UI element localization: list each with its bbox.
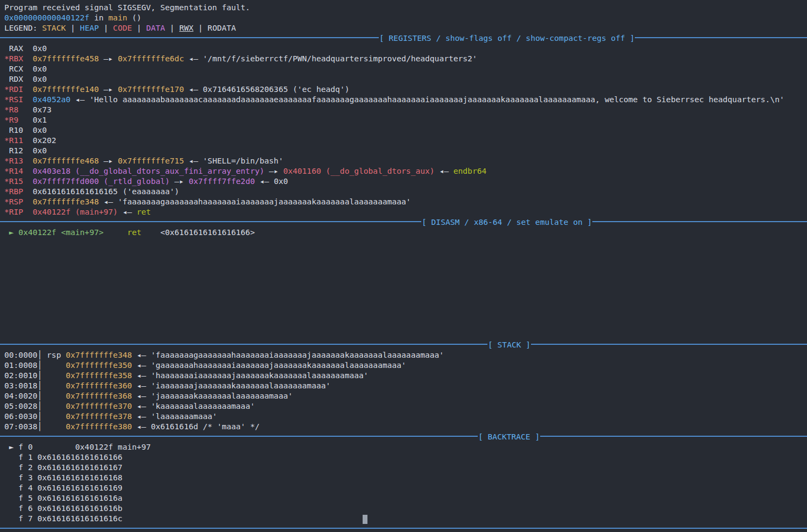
backtrace-frame-0: ► f 0 0x40122f main+97 xyxy=(0,442,807,452)
stack-row-6: 06:0030│ 0x7fffffffe378 ◂— 'laaaaaaamaaa… xyxy=(0,411,807,421)
bottom-separator xyxy=(0,523,807,532)
blank-line xyxy=(0,247,807,258)
register-row-r12: R12 0x0 xyxy=(0,145,807,155)
blank-line xyxy=(0,288,807,299)
stack-row-0: 00:0000│ rsp 0x7fffffffe348 ◂— 'faaaaaaa… xyxy=(0,350,807,360)
register-row-rax: RAX 0x0 xyxy=(0,43,807,53)
backtrace-frame-2: f 2 0x6161616161616167 xyxy=(0,462,807,472)
register-row-rsp: *RSP 0x7fffffffe348 ◂— 'faaaaaaagaaaaaaa… xyxy=(0,196,807,207)
blank-line xyxy=(0,309,807,319)
backtrace-frame-6: f 6 0x616161616161616b xyxy=(0,503,807,513)
stack-header: [ STACK ] xyxy=(0,339,807,350)
register-row-r13: *R13 0x7fffffffe468 —▸ 0x7fffffffe715 ◂—… xyxy=(0,155,807,166)
register-row-rip: *RIP 0x40122f (main+97) ◂— ret xyxy=(0,207,807,217)
blank-line xyxy=(0,258,807,268)
stack-row-5: 05:0028│ 0x7fffffffe370 ◂— 'kaaaaaaalaaa… xyxy=(0,401,807,411)
terminal[interactable]: Program received signal SIGSEGV, Segment… xyxy=(0,0,807,532)
register-row-rsi: *RSI 0x4052a0 ◂— 'Hello aaaaaaaabaaaaaaa… xyxy=(0,94,807,104)
backtrace-frame-4: f 4 0x6161616161616169 xyxy=(0,483,807,493)
stop-location-line: 0x000000000040122f in main () xyxy=(0,12,807,23)
register-row-rdx: RDX 0x0 xyxy=(0,74,807,84)
disasm-header: [ DISASM / x86-64 / set emulate on ] xyxy=(0,217,807,227)
backtrace-frame-5: f 5 0x616161616161616a xyxy=(0,493,807,503)
disasm-header-label: [ DISASM / x86-64 / set emulate on ] xyxy=(421,217,592,227)
blank-line xyxy=(0,329,807,339)
stack-row-1: 01:0008│ 0x7fffffffe350 ◂— 'gaaaaaaahaaa… xyxy=(0,360,807,370)
stack-row-2: 02:0010│ 0x7fffffffe358 ◂— 'haaaaaaaiaaa… xyxy=(0,370,807,380)
terminal-cursor xyxy=(363,515,367,524)
registers-header: [ REGISTERS / show-flags off / show-comp… xyxy=(0,33,807,43)
legend-line: LEGEND: STACK | HEAP | CODE | DATA | RWX… xyxy=(0,23,807,33)
backtrace-frame-1: f 1 0x6161616161616166 xyxy=(0,452,807,462)
backtrace-frame-7: f 7 0x616161616161616c xyxy=(0,513,807,523)
register-row-r11: *R11 0x202 xyxy=(0,135,807,145)
separator-rule xyxy=(0,221,807,222)
separator-rule xyxy=(0,528,807,529)
disasm-current-instruction: ► 0x40122f <main+97> ret <0x616161616161… xyxy=(0,227,807,237)
register-row-r8: *R8 0x73 xyxy=(0,104,807,115)
register-row-r9: *R9 0x1 xyxy=(0,115,807,125)
blank-line xyxy=(0,299,807,309)
signal-line: Program received signal SIGSEGV, Segment… xyxy=(0,2,807,12)
stack-row-3: 03:0018│ 0x7fffffffe360 ◂— 'iaaaaaaajaaa… xyxy=(0,380,807,391)
register-row-r10: R10 0x0 xyxy=(0,125,807,135)
blank-line xyxy=(0,278,807,288)
blank-line xyxy=(0,319,807,329)
register-row-rdi: *RDI 0x7fffffffe140 —▸ 0x7fffffffe170 ◂—… xyxy=(0,84,807,94)
register-row-rbx: *RBX 0x7fffffffe458 —▸ 0x7fffffffe6dc ◂—… xyxy=(0,53,807,63)
blank-line xyxy=(0,237,807,247)
stack-row-4: 04:0020│ 0x7fffffffe368 ◂— 'jaaaaaaakaaa… xyxy=(0,391,807,401)
terminal-output: Program received signal SIGSEGV, Segment… xyxy=(0,2,807,532)
stack-row-7: 07:0038│ 0x7fffffffe380 ◂— 0x6161616d /*… xyxy=(0,421,807,431)
register-row-rcx: RCX 0x0 xyxy=(0,63,807,74)
registers-header-label: [ REGISTERS / show-flags off / show-comp… xyxy=(379,33,635,43)
register-row-rbp: *RBP 0x6161616161616165 ('eaaaaaaa') xyxy=(0,186,807,196)
separator-rule xyxy=(0,436,807,437)
register-row-r14: *R14 0x403e18 (__do_global_dtors_aux_fin… xyxy=(0,166,807,176)
stack-header-label: [ STACK ] xyxy=(487,339,531,350)
backtrace-frame-3: f 3 0x6161616161616168 xyxy=(0,472,807,483)
register-row-r15: *R15 0x7ffff7ffd000 (_rtld_global) —▸ 0x… xyxy=(0,176,807,186)
blank-line xyxy=(0,268,807,278)
separator-rule xyxy=(0,344,807,345)
backtrace-header-label: [ BACKTRACE ] xyxy=(478,431,540,442)
backtrace-header: [ BACKTRACE ] xyxy=(0,431,807,442)
